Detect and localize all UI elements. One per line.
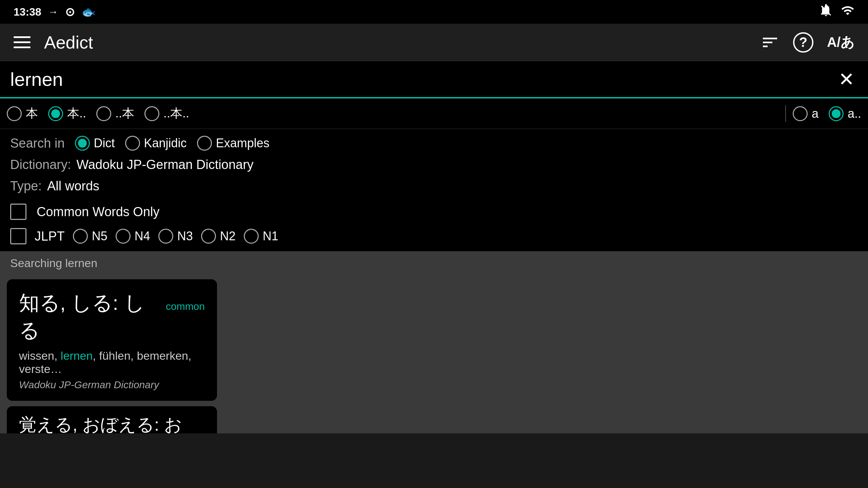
radio-romaji-start[interactable]: a..	[829, 106, 861, 121]
radio-kanji-exact[interactable]: 本	[7, 105, 38, 122]
jlpt-label: JLPT	[35, 229, 65, 244]
filter-button[interactable]	[761, 33, 780, 52]
radio-n4[interactable]: N4	[116, 229, 150, 244]
radio-label-dict: Dict	[94, 136, 115, 150]
radio-circle-kanjidic	[125, 136, 140, 151]
radio-label-n1: N1	[263, 229, 278, 243]
results-area: Searching lernen	[0, 251, 868, 273]
arrow-icon: →	[48, 6, 58, 18]
common-words-row: Common Words Only	[10, 204, 858, 220]
radio-circle-kanji-both	[144, 106, 159, 121]
radio-label-romaji-start: a..	[848, 107, 861, 121]
common-words-label: Common Words Only	[37, 205, 160, 219]
radio-label-n3: N3	[177, 229, 193, 243]
result-header-1: 知る, しる: しる common	[19, 289, 205, 344]
radio-label-n2: N2	[220, 229, 236, 243]
radio-n3[interactable]: N3	[158, 229, 193, 244]
jlpt-row: JLPT N5 N4 N3 N2 N1	[10, 228, 858, 244]
bell-mute-icon	[819, 4, 833, 20]
font-app-icon: ⊙	[65, 5, 75, 19]
app-bar: Aedict ? A/あ	[0, 24, 868, 61]
result-card-2-partial[interactable]: 覚える, おぼえる: おぼ…	[7, 406, 217, 433]
common-words-checkbox[interactable]	[10, 204, 26, 220]
radio-label-n4: N4	[135, 229, 150, 243]
radio-circle-n3	[158, 229, 173, 244]
result-highlight-1: lernen	[61, 349, 93, 362]
search-clear-button[interactable]: ✕	[835, 65, 858, 94]
search-in-row: Search in Dict Kanjidic Examples	[10, 136, 858, 151]
radio-kanji-end[interactable]: ..本	[96, 105, 134, 122]
app-bar-right: ? A/あ	[761, 32, 854, 53]
romaji-match-group: a a..	[793, 106, 861, 121]
status-bar: 13:38 → ⊙ 🐟	[0, 0, 868, 24]
status-left: 13:38 → ⊙ 🐟	[14, 5, 96, 19]
type-row: Type: All words	[10, 179, 858, 193]
radio-kanji-both[interactable]: ..本..	[144, 105, 189, 122]
radio-label-kanji-both: ..本..	[163, 105, 189, 122]
options-section: Search in Dict Kanjidic Examples Diction…	[0, 129, 868, 251]
radio-n2[interactable]: N2	[201, 229, 236, 244]
radio-label-kanji-exact: 本	[26, 105, 38, 122]
app-bar-left: Aedict	[14, 32, 93, 53]
radio-circle-kanji-exact	[7, 106, 22, 121]
radio-kanjidic[interactable]: Kanjidic	[125, 136, 187, 151]
radio-circle-n1	[244, 229, 259, 244]
radio-label-kanjidic: Kanjidic	[144, 136, 187, 150]
radio-kanji-start[interactable]: 本..	[48, 105, 86, 122]
radio-circle-kanji-end	[96, 106, 111, 121]
dictionary-label: Dictionary:	[10, 157, 71, 172]
status-right	[819, 4, 854, 20]
app-title: Aedict	[44, 32, 93, 53]
result-dict-1: Wadoku JP-German Dictionary	[19, 379, 205, 391]
result-definition-1: wissen, lernen, fühlen, bemerken, verste…	[19, 349, 205, 376]
radio-circle-n2	[201, 229, 216, 244]
hamburger-menu[interactable]	[14, 36, 31, 48]
result-kanji-2-partial: 覚える, おぼえる: おぼ…	[19, 415, 182, 433]
radio-circle-kanji-start	[48, 106, 63, 121]
help-button[interactable]: ?	[793, 32, 813, 53]
radio-label-romaji-exact: a	[812, 107, 818, 121]
fish-icon: 🐟	[81, 5, 96, 19]
radio-circle-romaji-exact	[793, 106, 808, 121]
result-card-1[interactable]: 知る, しる: しる common wissen, lernen, fühlen…	[7, 279, 217, 401]
radio-circle-n5	[73, 229, 88, 244]
kanji-match-group: 本 本.. ..本 ..本..	[7, 105, 786, 122]
type-value[interactable]: All words	[47, 179, 99, 193]
radio-label-n5: N5	[92, 229, 107, 243]
radio-circle-dict	[75, 136, 90, 151]
radio-examples[interactable]: Examples	[197, 136, 270, 151]
dictionary-value[interactable]: Wadoku JP-German Dictionary	[77, 157, 254, 172]
result-badge-1: common	[166, 301, 205, 312]
radio-circle-romaji-start	[829, 106, 844, 121]
lang-toggle-button[interactable]: A/あ	[827, 33, 854, 52]
radio-dict[interactable]: Dict	[75, 136, 115, 151]
search-bar: lernen ✕	[0, 61, 868, 98]
radio-label-examples: Examples	[216, 136, 270, 150]
type-label: Type:	[10, 179, 42, 193]
jlpt-checkbox[interactable]	[10, 228, 26, 244]
radio-options-row: 本 本.. ..本 ..本.. a a..	[0, 98, 868, 129]
radio-circle-n4	[116, 229, 131, 244]
search-in-label: Search in	[10, 136, 65, 151]
radio-n1[interactable]: N1	[244, 229, 278, 244]
search-input[interactable]: lernen	[10, 68, 835, 90]
radio-label-kanji-end: ..本	[115, 105, 134, 122]
dictionary-row: Dictionary: Wadoku JP-German Dictionary	[10, 157, 858, 172]
time-display: 13:38	[14, 6, 41, 18]
radio-label-kanji-start: 本..	[67, 105, 86, 122]
result-kanji-1: 知る, しる: しる	[19, 289, 158, 344]
searching-label: Searching lernen	[10, 257, 97, 270]
radio-circle-examples	[197, 136, 212, 151]
wifi-icon	[841, 4, 854, 20]
radio-romaji-exact[interactable]: a	[793, 106, 818, 121]
radio-n5[interactable]: N5	[73, 229, 107, 244]
